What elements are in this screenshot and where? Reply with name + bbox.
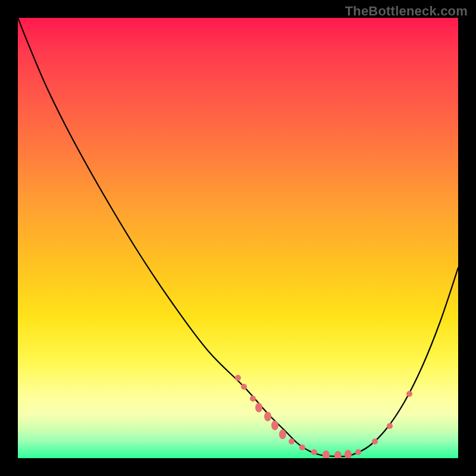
curve-marker [406,391,412,397]
curve-layer [18,18,458,458]
marker-layer [235,375,412,458]
chart-wrapper: TheBottleneck.com [0,0,476,476]
curve-marker [345,450,352,458]
curve-marker [322,450,330,458]
curve-marker [311,449,317,455]
bottleneck-curve-path [18,18,458,456]
curve-marker [255,403,262,412]
curve-marker [334,451,342,458]
curve-marker [355,449,361,455]
curve-marker [289,439,295,444]
curve-marker [271,421,278,430]
curve-marker [387,423,393,429]
curve-marker [264,412,271,421]
curve-marker [299,444,305,450]
curve-marker [250,396,256,402]
curve-marker [279,430,286,439]
curve-marker [235,375,241,381]
plot-area [18,18,458,458]
curve-marker [241,384,247,390]
curve-marker [372,439,378,444]
watermark-text: TheBottleneck.com [345,4,468,19]
